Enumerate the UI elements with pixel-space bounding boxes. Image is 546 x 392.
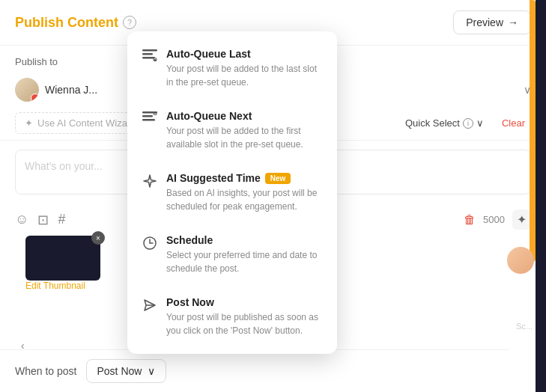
thumbnail-image <box>25 236 100 281</box>
dropdown-popup: Auto-Queue Last Your post will be added … <box>127 31 337 354</box>
dropdown-item-auto-queue-last[interactable]: Auto-Queue Last Your post will be added … <box>127 37 337 99</box>
svg-rect-2 <box>142 57 155 59</box>
schedule-title: Schedule <box>166 234 322 246</box>
queue-next-icon <box>142 111 157 127</box>
svg-rect-1 <box>142 53 153 55</box>
svg-rect-5 <box>142 115 153 117</box>
schedule-content: Schedule Select your preferred time and … <box>166 234 322 275</box>
thumbnail-container: × <box>25 236 100 281</box>
char-count: 5000 <box>483 214 505 225</box>
dropdown-item-auto-queue-next[interactable]: Auto-Queue Next Your post will be added … <box>127 99 337 162</box>
post-now-desc: Your post will be published as soon as y… <box>166 310 322 337</box>
side-avatar <box>507 247 534 274</box>
orange-strip <box>530 0 536 262</box>
dropdown-item-ai-suggested[interactable]: AI Suggested Time New Based on AI insigh… <box>127 162 337 224</box>
when-to-post-label: When to post <box>15 365 77 377</box>
auto-queue-next-title: Auto-Queue Next <box>166 110 322 122</box>
image-icon[interactable]: ⊡ <box>37 212 49 228</box>
when-to-post-row: When to post Post Now ∨ <box>0 349 509 392</box>
main-panel: Publish Content ? Preview → Publish to W… <box>0 0 546 392</box>
new-badge: New <box>265 173 291 184</box>
post-now-content: Post Now Your post will be published as … <box>166 296 322 337</box>
chevron-down-icon: ∨ <box>148 365 155 377</box>
ai-suggested-desc: Based on AI insights, your post will be … <box>166 186 322 213</box>
emoji-icon[interactable]: ☺ <box>15 212 28 227</box>
svg-rect-0 <box>142 49 157 52</box>
dropdown-item-schedule[interactable]: Schedule Select your preferred time and … <box>127 224 337 286</box>
account-name: Wienna J... <box>45 84 97 96</box>
auto-queue-last-desc: Your post will be added to the last slot… <box>166 62 322 89</box>
post-now-select[interactable]: Post Now ∨ <box>86 359 167 383</box>
edit-wand-icon[interactable]: ✦ <box>512 209 531 230</box>
clear-button[interactable]: Clear <box>496 114 531 132</box>
hashtag-icon[interactable]: # <box>58 212 65 227</box>
post-now-title: Post Now <box>166 296 322 308</box>
auto-queue-next-content: Auto-Queue Next Your post will be added … <box>166 110 322 151</box>
black-strip <box>536 0 546 392</box>
thumbnail-close-button[interactable]: × <box>91 231 105 245</box>
wand-icon: ✦ <box>25 117 33 129</box>
auto-queue-next-desc: Your post will be added to the first ava… <box>166 124 322 151</box>
auto-queue-last-title: Auto-Queue Last <box>166 48 322 60</box>
avatar <box>15 78 39 102</box>
ai-star-icon <box>142 174 157 192</box>
send-icon <box>142 298 157 316</box>
side-label: Sc... <box>516 322 533 331</box>
dropdown-item-post-now[interactable]: Post Now Your post will be published as … <box>127 286 337 348</box>
account-badge <box>31 94 39 102</box>
chevron-down-icon: ∨ <box>476 117 484 129</box>
content-placeholder: What's on your... <box>25 160 103 172</box>
ai-suggested-title: AI Suggested Time New <box>166 172 322 184</box>
delete-icon[interactable]: 🗑 <box>464 213 476 227</box>
clock-icon <box>142 236 157 254</box>
queue-last-icon <box>142 49 157 65</box>
schedule-desc: Select your preferred time and date to s… <box>166 248 322 275</box>
info-icon: i <box>463 118 473 129</box>
quick-select-button[interactable]: Quick Select i ∨ <box>399 114 490 132</box>
ai-wizard-button[interactable]: ✦ Use AI Content Wizard <box>15 112 146 134</box>
svg-rect-6 <box>142 119 155 121</box>
edit-thumbnail-button[interactable]: Edit Thumbnail <box>25 281 100 291</box>
help-icon[interactable]: ? <box>123 16 136 29</box>
page-title: Publish Content <box>15 15 118 31</box>
preview-button[interactable]: Preview → <box>453 10 531 34</box>
auto-queue-last-content: Auto-Queue Last Your post will be added … <box>166 48 322 89</box>
ai-suggested-content: AI Suggested Time New Based on AI insigh… <box>166 172 322 213</box>
